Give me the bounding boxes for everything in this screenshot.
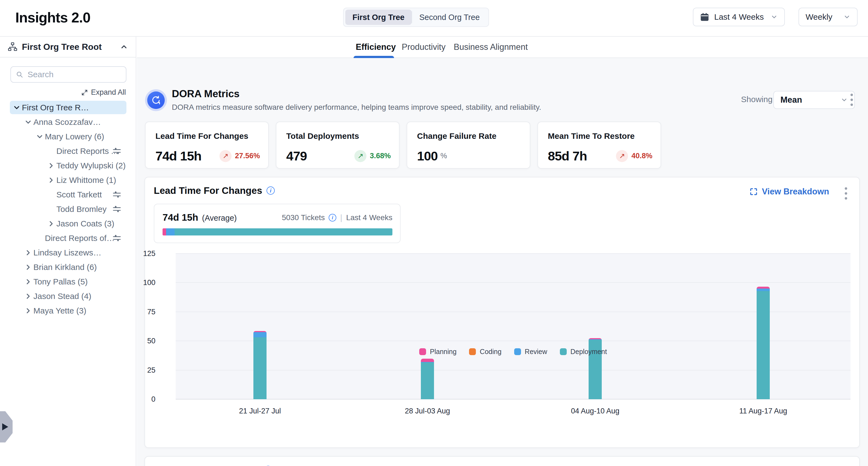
legend-label: Planning [430,348,457,356]
dora-section-title: DORA Metrics [172,88,240,100]
summary-period: Last 4 Weeks [346,213,393,222]
x-tick-label: 11 Aug-17 Aug [739,407,787,415]
lead-time-view-breakdown[interactable]: View Breakdown [749,187,829,197]
chevron-down-icon[interactable] [36,133,44,141]
legend-swatch [560,348,567,355]
chevron-down-icon[interactable] [24,118,32,126]
chevron-right-icon[interactable] [24,292,32,300]
tree-item[interactable]: Direct Reports of A... [0,231,136,245]
calendar-icon [700,12,709,22]
metric-value: 85d 7h [548,148,587,164]
tree-item[interactable]: Tony Pallas (5) [0,274,136,289]
chevron-right-icon[interactable] [24,278,32,286]
chevron-down-icon [843,13,850,21]
tab-business-alignment[interactable]: Business Alignment [454,37,528,58]
toggle-first-org-tree[interactable]: First Org Tree [345,9,411,25]
filters-applied-icon[interactable] [112,234,122,243]
collapse-arrow-icon [2,423,8,430]
chevron-right-icon[interactable] [47,220,55,228]
org-tree-icon [8,42,18,52]
org-tree: First Org Tree Root (1)Anna Scozzafava (… [0,100,136,318]
tree-item-label: Scott Tarkett [56,190,102,199]
showing-mean-select[interactable]: Mean [773,91,855,109]
chevron-down-icon [771,13,778,21]
phase-distribution-bar [162,228,393,235]
stacked-bar-11-aug-17-aug[interactable] [756,287,770,399]
gridline [176,312,850,312]
filters-applied-icon[interactable] [112,190,122,199]
toggle-second-org-tree[interactable]: Second Org Tree [412,9,487,25]
chevron-down-icon[interactable] [12,104,21,112]
phase-segment-deployment [175,228,393,235]
tree-item[interactable]: Anna Scozzafava (7) [0,115,136,129]
deployment-frequency-title: Deployment Frequency [154,464,260,466]
filters-applied-icon[interactable] [112,146,122,156]
tree-item-label: Direct Reports of A... [45,234,116,243]
tree-item[interactable]: Mary Lowery (6) [0,129,136,144]
search-icon [16,70,23,79]
stacked-bar-21-jul-27-jul[interactable] [253,331,267,399]
tree-item[interactable]: Maya Yette (3) [0,303,136,318]
tree-item-label: Anna Scozzafava (7) [33,117,104,127]
dora-more-menu[interactable] [850,94,853,106]
legend-item-planning[interactable]: Planning [419,348,457,356]
gridline [176,399,850,400]
tree-item-label: Direct Reports ... [56,146,118,156]
tree-item[interactable]: Liz Whittome (1) [0,173,136,187]
tree-item[interactable]: Todd Bromley [0,202,136,216]
tree-item[interactable]: Scott Tarkett [0,187,136,202]
info-icon[interactable]: i [267,186,275,195]
gridline [176,370,850,371]
chevron-right-icon[interactable] [24,263,32,271]
filters-applied-icon[interactable] [112,205,122,214]
tree-item[interactable]: Jason Coats (3) [0,216,136,231]
bar-segment-planning [756,287,770,289]
expand-all-button[interactable]: Expand All [81,88,126,97]
tabs-row: EfficiencyProductivityBusiness Alignment [137,37,868,58]
delta-value: 3.68% [370,152,391,160]
active-tab-underline [353,56,394,58]
stacked-bar-28-jul-03-aug[interactable] [421,359,434,399]
date-range-select[interactable]: Last 4 Weeks [693,8,785,26]
tree-item[interactable]: Direct Reports ... [0,144,136,158]
collapse-panel-chevron-up-icon[interactable] [120,43,128,51]
lead-time-more-menu[interactable] [845,187,847,200]
bar-segment-deployment [253,337,267,399]
tab-efficiency[interactable]: Efficiency [356,37,396,58]
legend-item-review[interactable]: Review [514,348,547,356]
chevron-right-icon[interactable] [24,307,32,315]
y-tick-label: 100 [143,279,155,287]
gridline [176,253,850,254]
metric-card-change-failure-rate: Change Failure Rate100% [407,122,530,169]
tree-item[interactable]: Jason Stead (4) [0,289,136,303]
stacked-bar-04-aug-10-aug[interactable] [589,338,602,399]
legend-item-deployment[interactable]: Deployment [560,348,607,356]
search-input[interactable] [28,70,121,79]
metric-card-mean-time-to-restore: Mean Time To Restore85d 7h↗40.8% [537,122,661,169]
tree-item[interactable]: Brian Kirkland (6) [0,260,136,274]
gridline [176,282,850,283]
legend-swatch [514,348,521,355]
delta-badge: ↗40.8% [616,150,652,162]
tree-item[interactable]: First Org Tree Root (1) [0,100,136,115]
chevron-right-icon[interactable] [47,176,55,184]
tree-item-label: Brian Kirkland (6) [33,263,97,272]
delta-value: 27.56% [235,152,260,160]
tab-productivity[interactable]: Productivity [402,37,445,58]
tree-item-label: Teddy Wylupski (2) [56,161,126,170]
granularity-select[interactable]: Weekly [799,8,858,26]
org-tree-toggle: First Org Tree Second Org Tree [343,8,489,27]
metric-title: Total Deployments [286,132,389,141]
tree-item[interactable]: Teddy Wylupski (2) [0,158,136,173]
lead-time-title: Lead Time For Changes [154,185,262,196]
info-icon[interactable]: i [329,214,336,222]
sidebar-header: First Org Tree Root [0,37,136,58]
tree-item[interactable]: Lindsay Liszewski (8) [0,245,136,260]
legend-swatch [469,348,476,355]
trend-up-arrow-icon: ↗ [354,150,366,162]
phase-segment-planning [162,228,166,235]
legend-item-coding[interactable]: Coding [469,348,501,356]
chevron-right-icon[interactable] [24,249,32,257]
chevron-right-icon[interactable] [47,162,55,170]
meta-divider: | [340,213,342,222]
